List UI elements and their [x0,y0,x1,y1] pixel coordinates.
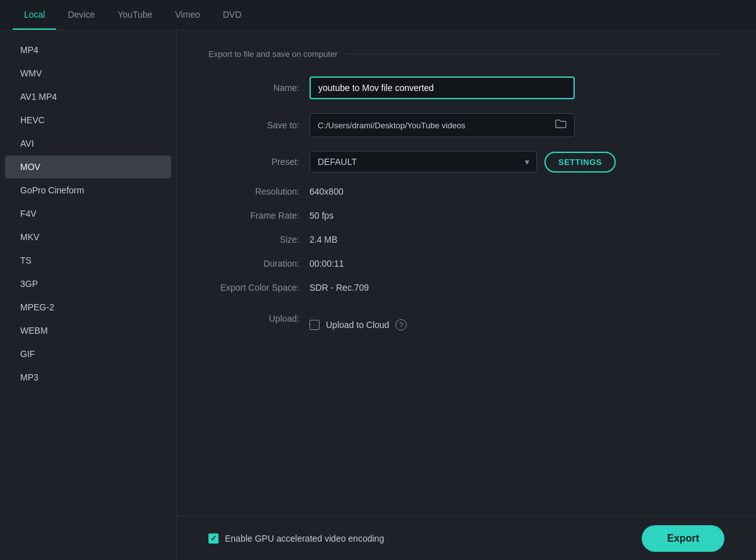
duration-row: Duration: 00:00:11 [208,259,724,269]
resolution-label: Resolution: [208,186,309,197]
duration-label: Duration: [208,259,309,269]
sidebar-item-gopro[interactable]: GoPro Cineform [5,179,171,202]
duration-value: 00:00:11 [309,259,344,269]
name-label: Name: [208,83,309,93]
sidebar-item-mp4[interactable]: MP4 [5,39,171,61]
sidebar-item-f4v[interactable]: F4V [5,202,171,225]
preset-row: Preset: DEFAULT Custom SETTINGS [208,151,724,173]
tab-dvd[interactable]: DVD [212,1,253,30]
content-area: Export to file and save on computer Name… [177,30,756,560]
frame-rate-label: Frame Rate: [208,210,309,221]
gpu-checkbox[interactable] [208,533,219,544]
sidebar: MP4 WMV AV1 MP4 HEVC AVI MOV GoPro Cinef… [0,30,177,560]
main-layout: MP4 WMV AV1 MP4 HEVC AVI MOV GoPro Cinef… [0,30,756,560]
tab-youtube[interactable]: YouTube [106,1,164,30]
upload-row: Upload: Upload to Cloud ? [208,307,724,331]
name-input[interactable] [309,76,575,99]
sidebar-item-mov[interactable]: MOV [5,155,171,178]
tab-vimeo[interactable]: Vimeo [164,1,211,30]
name-row: Name: [208,76,724,99]
size-value: 2.4 MB [309,234,337,245]
sidebar-item-mpeg2[interactable]: MPEG-2 [5,296,171,319]
upload-to-cloud-row: Upload to Cloud ? [309,319,407,331]
bottom-bar: Enable GPU accelerated video encoding Ex… [177,516,756,560]
tab-device[interactable]: Device [56,1,106,30]
preset-select-wrapper: DEFAULT Custom [309,151,537,173]
top-nav: Local Device YouTube Vimeo DVD [0,0,756,30]
color-space-label: Export Color Space: [208,283,309,293]
settings-button[interactable]: SETTINGS [544,152,616,173]
resolution-row: Resolution: 640x800 [208,186,724,197]
size-row: Size: 2.4 MB [208,234,724,245]
upload-label: Upload: [208,313,309,324]
frame-rate-value: 50 fps [309,210,333,221]
save-to-row: Save to: C:/Users/drami/Desktop/YouTube … [208,113,724,137]
resolution-value: 640x800 [309,186,344,197]
size-label: Size: [208,234,309,245]
sidebar-item-ts[interactable]: TS [5,249,171,272]
export-button[interactable]: Export [642,525,724,552]
gpu-label: Enable GPU accelerated video encoding [225,533,384,544]
upload-cloud-label: Upload to Cloud [326,320,389,330]
save-to-label: Save to: [208,120,309,130]
color-space-value: SDR - Rec.709 [309,283,369,293]
sidebar-item-avi[interactable]: AVI [5,132,171,155]
preset-label: Preset: [208,157,309,167]
frame-rate-row: Frame Rate: 50 fps [208,210,724,221]
section-title: Export to file and save on computer [208,49,724,59]
sidebar-item-gif[interactable]: GIF [5,343,171,365]
preset-select[interactable]: DEFAULT Custom [309,151,537,173]
sidebar-item-webm[interactable]: WEBM [5,319,171,342]
sidebar-item-hevc[interactable]: HEVC [5,109,171,131]
sidebar-item-av1mp4[interactable]: AV1 MP4 [5,85,171,108]
sidebar-item-wmv[interactable]: WMV [5,62,171,85]
tab-local[interactable]: Local [13,1,56,30]
save-to-path: C:/Users/drami/Desktop/YouTube videos [318,121,550,130]
sidebar-item-3gp[interactable]: 3GP [5,272,171,295]
sidebar-item-mp3[interactable]: MP3 [5,366,171,389]
sidebar-item-mkv[interactable]: MKV [5,226,171,248]
save-to-field: C:/Users/drami/Desktop/YouTube videos [309,113,575,137]
gpu-row: Enable GPU accelerated video encoding [208,533,384,544]
folder-icon[interactable] [555,119,567,131]
upload-cloud-checkbox[interactable] [309,320,320,330]
color-space-row: Export Color Space: SDR - Rec.709 [208,283,724,293]
help-icon[interactable]: ? [395,319,407,331]
